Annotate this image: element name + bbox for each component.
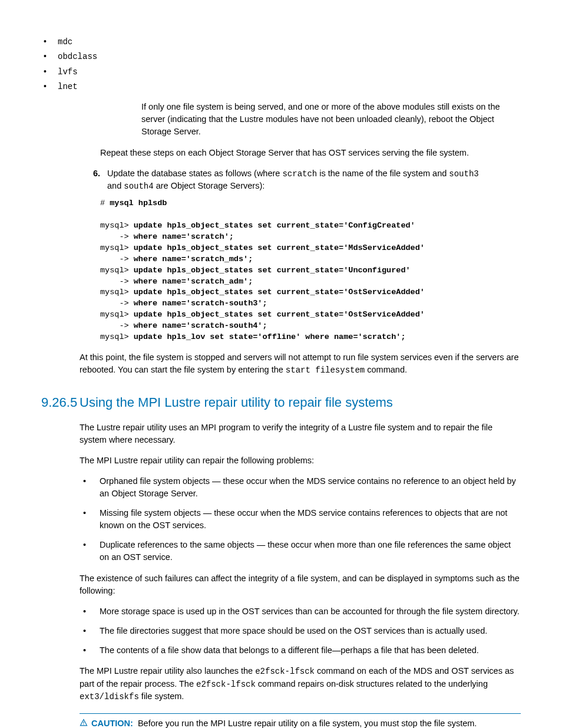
list-item: More storage space is used up in the OST… — [80, 605, 521, 618]
list-item: Orphaned file system objects — these occ… — [80, 475, 521, 500]
module-name: lnet — [58, 82, 78, 91]
svg-rect-0 — [83, 722, 84, 724]
code-block: # mysql hplsdb mysql> update hpls_object… — [100, 198, 521, 343]
step-body: Update the database states as follows (w… — [107, 167, 521, 193]
section-para: The MPI Lustre repair utility can repair… — [80, 454, 521, 467]
section-heading: 9.26.5 Using the MPI Lustre repair utili… — [41, 393, 521, 412]
step-number: 6. — [77, 167, 107, 180]
text: The MPI Lustre repair utility also launc… — [80, 666, 255, 676]
text: command. — [365, 365, 407, 374]
step-text: and — [107, 181, 124, 190]
section-title: Using the MPI Lustre repair utility to r… — [80, 393, 393, 412]
text: command repairs on-disk structures relat… — [256, 679, 488, 689]
caution-label: CAUTION: — [91, 719, 133, 728]
inline-code: e2fsck-lfsck — [196, 680, 256, 689]
module-name: mdc — [58, 37, 72, 47]
section-number: 9.26.5 — [41, 393, 80, 412]
list-item: The contents of a file show data that be… — [80, 644, 521, 657]
list-item: The file directories suggest that more s… — [80, 625, 521, 637]
module-list: mdc obdclass lvfs lnet — [41, 35, 521, 93]
symptom-list: More storage space is used up in the OST… — [80, 605, 521, 657]
repeat-steps-note: Repeat these steps on each Object Storag… — [100, 147, 521, 159]
module-note: If only one file system is being served,… — [141, 101, 521, 138]
inline-code: start filesystem — [286, 365, 365, 375]
list-item: obdclass — [41, 50, 521, 62]
inline-code: e2fsck-lfsck — [255, 667, 315, 676]
caution-icon — [80, 718, 90, 728]
list-item: lvfs — [41, 65, 521, 78]
step-text: are Object Storage Servers): — [154, 181, 265, 190]
text: file system. — [139, 691, 184, 701]
list-item: Missing file system objects — these occu… — [80, 507, 521, 532]
inline-code: south4 — [124, 182, 153, 191]
inline-code: ext3/ldiskfs — [80, 692, 139, 701]
section-para: The Lustre repair utility uses an MPI pr… — [80, 421, 521, 446]
step-text: is the name of the file system and — [317, 169, 449, 178]
inline-code: south3 — [449, 169, 478, 179]
problem-list: Orphaned file system objects — these occ… — [80, 475, 521, 564]
after-code-para: At this point, the file system is stoppe… — [80, 351, 521, 376]
list-item: mdc — [41, 35, 521, 48]
svg-rect-1 — [83, 724, 84, 725]
step-text: Update the database states as follows (w… — [107, 169, 282, 178]
inline-code: scratch — [282, 169, 317, 179]
caution-content: CAUTION: Before you run the MPI Lustre r… — [91, 717, 477, 728]
step-6: 6. Update the database states as follows… — [77, 167, 521, 193]
list-item: Duplicate references to the same objects… — [80, 539, 521, 564]
section-para: The MPI Lustre repair utility also launc… — [80, 665, 521, 703]
caution-box: CAUTION: Before you run the MPI Lustre r… — [80, 713, 521, 728]
module-name: lvfs — [58, 67, 78, 77]
section-para: The existence of such failures can affec… — [80, 572, 521, 597]
list-item: lnet — [41, 80, 521, 93]
module-name: obdclass — [58, 52, 97, 61]
caution-text: Before you run the MPI Lustre repair uti… — [135, 719, 477, 728]
